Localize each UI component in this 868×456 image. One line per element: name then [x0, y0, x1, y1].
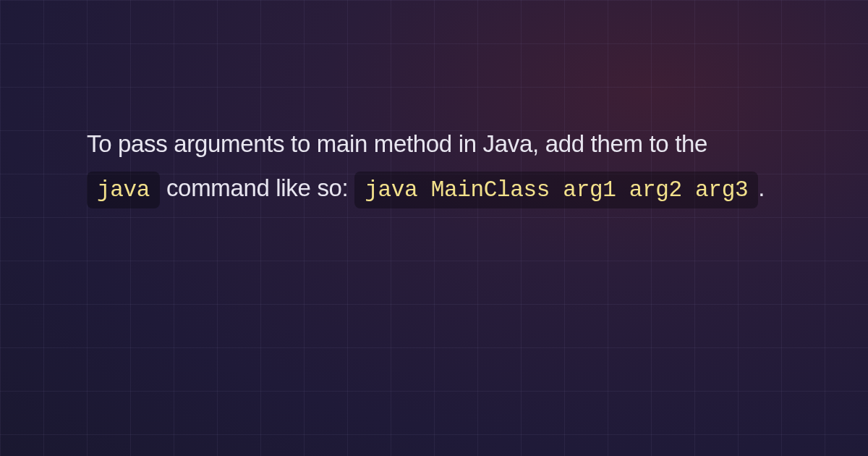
inline-code-command: java MainClass arg1 arg2 arg3 [354, 172, 758, 208]
text-segment-1: To pass arguments to main method in Java… [87, 130, 707, 157]
text-segment-2: command like so: [160, 174, 354, 201]
text-segment-3: . [758, 174, 765, 201]
main-content: To pass arguments to main method in Java… [0, 0, 868, 210]
inline-code-java: java [87, 172, 160, 208]
